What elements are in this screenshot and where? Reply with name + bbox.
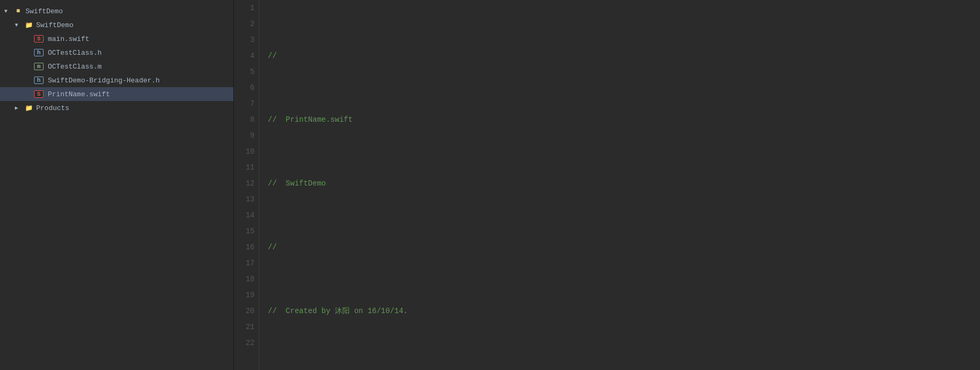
spacer — [26, 78, 34, 83]
sidebar-item-root[interactable]: ▼ ■ SwiftDemo — [0, 4, 233, 18]
file-label: OCTestClass.h — [48, 49, 102, 57]
spacer — [26, 64, 34, 70]
comment-token: // Copyright © 2016年 沐阳. All rights rese… — [268, 367, 482, 370]
line-numbers: 1 2 3 4 5 6 7 8 9 10 11 12 13 14 15 16 1… — [234, 0, 259, 370]
code-line-6: // Copyright © 2016年 沐阳. All rights rese… — [268, 367, 971, 370]
file-label: SwiftDemo-Bridging-Header.h — [48, 77, 160, 85]
sidebar-item-printname-swift[interactable]: S PrintName.swift — [0, 87, 233, 101]
comment-token: // SwiftDemo — [268, 175, 326, 191]
file-label: main.swift — [48, 35, 89, 43]
spacer — [26, 50, 34, 56]
h-file-icon: h — [34, 77, 44, 84]
file-label: PrintName.swift — [48, 90, 110, 98]
comment-token: // Created by 沐阳 on 16/10/14. — [268, 303, 408, 319]
sidebar-item-octestclass-h[interactable]: h OCTestClass.h — [0, 46, 233, 60]
swift-file-icon: S — [34, 35, 44, 43]
swift-file-icon: S — [34, 90, 44, 98]
project-label: SwiftDemo — [36, 21, 73, 29]
comment-token: // — [268, 239, 277, 255]
sidebar-item-main-swift[interactable]: S main.swift — [0, 32, 233, 46]
code-line-1: // — [268, 48, 971, 64]
folder-icon: 📁 — [23, 104, 34, 112]
code-editor[interactable]: 1 2 3 4 5 6 7 8 9 10 11 12 13 14 15 16 1… — [234, 0, 980, 370]
comment-token: // PrintName.swift — [268, 112, 353, 128]
chevron-down-icon: ▼ — [15, 22, 23, 28]
sidebar-item-bridging-header[interactable]: h SwiftDemo-Bridging-Header.h — [0, 73, 233, 87]
code-line-5: // Created by 沐阳 on 16/10/14. — [268, 303, 971, 319]
folder-icon: ■ — [13, 7, 23, 15]
root-label: SwiftDemo — [26, 7, 63, 15]
code-text[interactable]: // // PrintName.swift // SwiftDemo // //… — [259, 0, 980, 370]
code-line-3: // SwiftDemo — [268, 175, 971, 191]
sidebar-item-products[interactable]: ▶ 📁 Products — [0, 101, 233, 115]
spacer — [26, 36, 34, 42]
file-label: OCTestClass.m — [48, 63, 102, 71]
folder-icon: 📁 — [23, 21, 34, 29]
sidebar-item-project[interactable]: ▼ 📁 SwiftDemo — [0, 18, 233, 32]
h-file-icon: h — [34, 49, 44, 56]
chevron-down-icon: ▼ — [4, 9, 13, 14]
sidebar-item-octestclass-m[interactable]: m OCTestClass.m — [0, 60, 233, 73]
m-file-icon: m — [34, 63, 44, 70]
code-line-4: // — [268, 239, 971, 255]
chevron-right-icon: ▶ — [15, 105, 23, 111]
code-line-2: // PrintName.swift — [268, 112, 971, 128]
file-navigator: ▼ ■ SwiftDemo ▼ 📁 SwiftDemo S main.swift… — [0, 0, 234, 370]
spacer — [26, 91, 34, 97]
comment-token: // — [268, 48, 277, 64]
products-label: Products — [36, 104, 69, 112]
